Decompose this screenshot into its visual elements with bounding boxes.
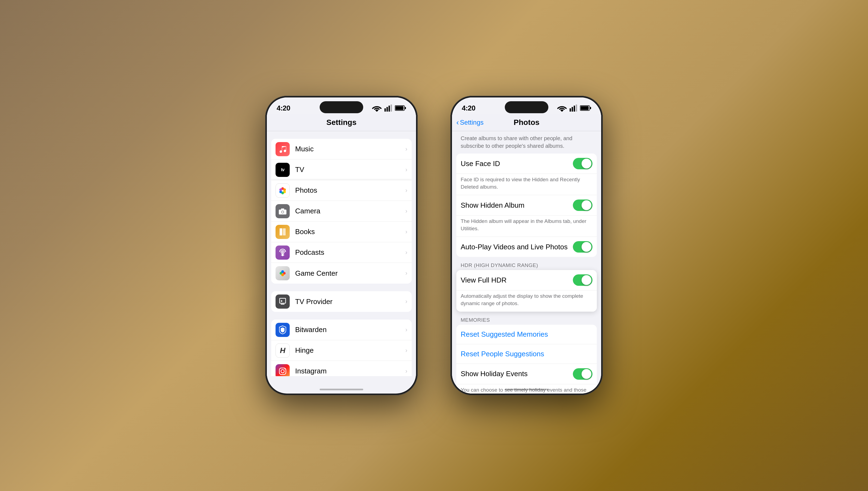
bitwarden-svg: [279, 325, 287, 335]
memories-section-header: MEMORIES: [461, 317, 490, 323]
svg-rect-16: [281, 208, 284, 210]
bitwarden-chevron: ›: [405, 326, 407, 334]
settings-row-camera[interactable]: Camera ›: [271, 201, 412, 222]
settings-group-3: Bitwarden › H Hinge ›: [271, 320, 412, 376]
hinge-label: Hinge: [295, 346, 403, 355]
reset-people-label: Reset People Suggestions: [461, 350, 544, 358]
back-button[interactable]: ‹ Settings: [456, 118, 483, 127]
tv-label: TV: [295, 166, 403, 174]
gamecenter-icon: [276, 266, 290, 280]
hidden-album-row[interactable]: Show Hidden Album: [456, 195, 597, 215]
bitwarden-icon: [276, 323, 290, 337]
svg-point-12: [279, 189, 282, 191]
books-icon: [276, 225, 290, 239]
camera-chevron: ›: [405, 208, 407, 215]
view-full-hdr-toggle[interactable]: [573, 275, 592, 286]
face-id-row[interactable]: Use Face ID: [456, 153, 597, 174]
settings-group-1: Music › tv TV ›: [271, 139, 412, 284]
main-settings-group: Use Face ID Face ID is required to view …: [456, 153, 597, 257]
tvprovider-icon: [276, 294, 290, 309]
home-indicator-1: [320, 389, 363, 390]
settings-row-music[interactable]: Music ›: [271, 139, 412, 160]
svg-rect-3: [391, 105, 392, 112]
phone-2: 4:20: [450, 96, 603, 395]
hidden-album-desc-block: The Hidden album will appear in the Albu…: [456, 215, 597, 237]
instagram-icon: [276, 364, 290, 376]
reset-suggested-label: Reset Suggested Memories: [461, 330, 548, 338]
status-icons-1: [372, 105, 406, 112]
settings-row-photos[interactable]: Photos ›: [271, 180, 412, 201]
holiday-events-row[interactable]: Show Holiday Events: [456, 364, 597, 384]
dynamic-island-2: [505, 101, 548, 113]
view-full-hdr-description: Automatically adjust the display to show…: [461, 293, 583, 306]
autoplay-row[interactable]: Auto-Play Videos and Live Photos: [456, 237, 597, 257]
books-svg: [278, 228, 287, 236]
svg-rect-6: [395, 106, 403, 110]
hdr-desc-block: Automatically adjust the display to show…: [456, 290, 597, 311]
status-time-2: 4:20: [462, 104, 475, 112]
settings-title: Settings: [327, 118, 356, 127]
holiday-events-toggle[interactable]: [573, 368, 592, 380]
view-full-hdr-label: View Full HDR: [461, 276, 573, 284]
reset-people-row[interactable]: Reset People Suggestions: [456, 344, 597, 364]
svg-point-25: [281, 273, 284, 276]
face-id-desc-block: Face ID is required to view the Hidden a…: [456, 174, 597, 195]
hdr-box: View Full HDR Automatically adjust the d…: [456, 270, 597, 311]
phone-1: 4:20: [265, 96, 418, 395]
podcasts-icon: [276, 246, 290, 260]
camera-svg: [278, 207, 287, 215]
settings-row-bitwarden[interactable]: Bitwarden ›: [271, 320, 412, 340]
top-description-text: Create albums to share with other people…: [461, 135, 572, 149]
svg-rect-17: [280, 228, 282, 235]
face-id-toggle[interactable]: [573, 158, 592, 169]
tv-icon: tv: [276, 163, 290, 177]
bitwarden-label: Bitwarden: [295, 325, 403, 334]
holiday-events-label: Show Holiday Events: [461, 370, 573, 378]
status-icons-2: [557, 105, 591, 112]
tv-chevron: ›: [405, 166, 407, 173]
settings-row-instagram[interactable]: Instagram ›: [271, 361, 412, 376]
books-label: Books: [295, 228, 403, 236]
phone-1-inner: 4:20: [267, 97, 416, 394]
hidden-album-toggle[interactable]: [573, 200, 592, 211]
svg-rect-0: [385, 108, 386, 112]
hinge-text: H: [280, 346, 285, 355]
hinge-chevron: ›: [405, 347, 407, 354]
podcasts-label: Podcasts: [295, 248, 403, 257]
wifi-icon-1: [372, 105, 382, 112]
music-label: Music: [295, 145, 403, 153]
gamecenter-svg: [278, 269, 287, 278]
tvprovider-svg: [279, 298, 287, 306]
status-time-1: 4:20: [277, 104, 290, 112]
top-description: Create albums to share with other people…: [452, 131, 601, 151]
settings-row-tvprovider[interactable]: TV Provider ›: [271, 291, 412, 312]
view-full-hdr-row[interactable]: View Full HDR: [456, 270, 597, 290]
settings-row-books[interactable]: Books ›: [271, 222, 412, 242]
hidden-album-description: The Hidden album will appear in the Albu…: [461, 218, 586, 231]
photos-settings-title: Photos: [514, 118, 540, 127]
settings-row-podcasts[interactable]: Podcasts ›: [271, 242, 412, 263]
reset-suggested-row[interactable]: Reset Suggested Memories: [456, 325, 597, 344]
memories-group: Reset Suggested Memories Reset People Su…: [456, 325, 597, 394]
phone-1-screen: Settings Music: [267, 114, 416, 376]
svg-rect-27: [281, 304, 284, 305]
svg-rect-42: [581, 106, 589, 110]
svg-rect-38: [574, 106, 575, 112]
hdr-section: HDR (HIGH DYNAMIC RANGE) View Full HDR A…: [452, 260, 601, 311]
settings-row-hinge[interactable]: H Hinge ›: [271, 340, 412, 361]
svg-rect-5: [405, 107, 406, 109]
tvprovider-chevron: ›: [405, 298, 407, 305]
memories-header-block: MEMORIES: [452, 315, 601, 325]
hdr-header-block: HDR (HIGH DYNAMIC RANGE): [452, 260, 601, 270]
svg-rect-26: [280, 298, 286, 303]
back-label: Settings: [460, 119, 483, 126]
music-icon: [276, 142, 290, 156]
camera-label: Camera: [295, 207, 403, 215]
hidden-album-label: Show Hidden Album: [461, 201, 573, 209]
settings-row-gamecenter[interactable]: Game Center ›: [271, 263, 412, 284]
svg-point-29: [281, 370, 284, 373]
books-chevron: ›: [405, 228, 407, 235]
autoplay-toggle[interactable]: [573, 241, 592, 253]
back-arrow-icon: ‹: [456, 118, 459, 127]
settings-row-tv[interactable]: tv TV ›: [271, 160, 412, 180]
